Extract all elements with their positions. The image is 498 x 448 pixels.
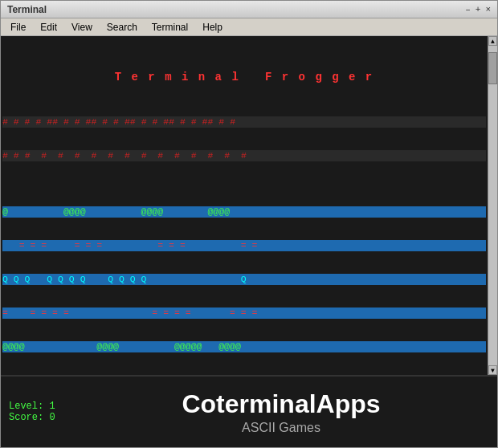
window-controls: – + × (465, 5, 491, 14)
river-line-4: = = = = = = = = = = = = (2, 307, 486, 319)
menu-search[interactable]: Search (100, 20, 144, 35)
river-line-3: Q Q Q Q Q Q Q Q Q Q Q Q (2, 274, 486, 285)
promo-section: Level: 1 Score: 0 CoterminalApps ASCII G… (1, 375, 497, 447)
level-score-display: Level: 1 Score: 0 (9, 401, 73, 423)
menu-help[interactable]: Help (196, 20, 229, 35)
promo-subtitle: ASCII Games (73, 421, 489, 435)
river-line-2: = = = = = = = = = = = (2, 240, 486, 251)
minimize-button[interactable]: – (465, 5, 471, 14)
title-bar: Terminal – + × (1, 1, 497, 18)
terminal-area: T e r m i n a l F r o g g e r # # # # ##… (1, 36, 497, 375)
road-line-2: # # # # # # # # # # # # # # # # (2, 150, 486, 161)
game-container: T e r m i n a l F r o g g e r # # # # ##… (1, 36, 497, 375)
scroll-thumb[interactable] (488, 52, 497, 84)
promo-content: CoterminalApps ASCII Games (73, 389, 489, 435)
window-title: Terminal (7, 4, 47, 15)
promo-title: CoterminalApps (73, 389, 489, 419)
menu-edit[interactable]: Edit (34, 20, 63, 35)
close-button[interactable]: × (485, 5, 491, 14)
scroll-down-arrow[interactable]: ▼ (488, 365, 497, 375)
menu-terminal[interactable]: Terminal (145, 20, 194, 35)
scroll-up-arrow[interactable]: ▲ (488, 36, 497, 46)
game-canvas: T e r m i n a l F r o g g e r # # # # ##… (1, 36, 497, 375)
maximize-button[interactable]: + (476, 5, 481, 14)
river-line-5: @@@@ @@@@ @@@@@ @@@@ (2, 341, 486, 352)
scrollbar[interactable]: ▲ ▼ (488, 36, 497, 375)
road-line-1: # # # # ## # # ## # # ## # # ## # # ## #… (2, 116, 486, 128)
river-line-1: @ @@@@ @@@@ @@@@ (2, 206, 486, 218)
menu-bar: File Edit View Search Terminal Help (1, 18, 497, 36)
game-title-line: T e r m i n a l F r o g g e r (2, 71, 486, 83)
menu-file[interactable]: File (4, 20, 32, 35)
menu-view[interactable]: View (65, 20, 99, 35)
window: Terminal – + × File Edit View Search Ter… (0, 0, 498, 448)
